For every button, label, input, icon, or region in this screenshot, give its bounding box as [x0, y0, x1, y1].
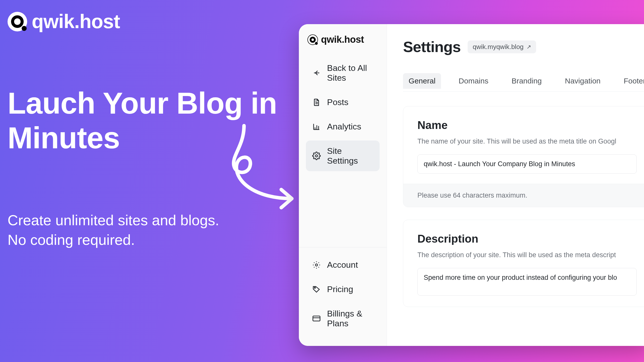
hero-logo: qwik.host [8, 10, 289, 33]
logo-mark-icon [307, 34, 318, 45]
document-icon [312, 98, 321, 107]
main-content: Settings qwik.myqwik.blog ↗ General Doma… [387, 24, 644, 346]
logo-wordmark: qwik.host [321, 34, 364, 45]
sidebar-item-posts[interactable]: Posts [306, 92, 380, 113]
site-url-text: qwik.myqwik.blog [473, 43, 524, 51]
card-help-text: The name of your site. This will be used… [417, 138, 637, 145]
tab-branding[interactable]: Branding [506, 73, 547, 91]
logo-wordmark: qwik.host [32, 10, 120, 33]
sidebar-item-label: Account [327, 260, 358, 270]
credit-card-icon [312, 314, 321, 323]
page-title: Settings [403, 38, 461, 56]
sidebar-item-site-settings[interactable]: Site Settings [306, 141, 380, 171]
sidebar-item-label: Back to All Sites [327, 63, 374, 83]
tab-general[interactable]: General [403, 73, 441, 89]
sidebar-item-label: Posts [327, 97, 348, 107]
card-help-text: The description of your site. This will … [417, 251, 637, 259]
settings-tabs: General Domains Branding Navigation Foot… [403, 73, 644, 92]
bar-chart-icon [312, 122, 321, 131]
sidebar-item-label: Site Settings [327, 146, 374, 166]
sidebar-item-analytics[interactable]: Analytics [306, 116, 380, 137]
gear-icon [312, 260, 321, 269]
sidebar-item-back[interactable]: Back to All Sites [306, 58, 380, 88]
hero-subtext: Create unlimited sites and blogs. No cod… [8, 210, 289, 250]
description-card: Description The description of your site… [403, 220, 644, 307]
card-heading: Name [417, 119, 637, 131]
arrow-doodle-icon [216, 123, 294, 209]
hero-sub-line2: No coding required. [8, 230, 289, 250]
logo-mark-icon [8, 12, 27, 31]
external-link-icon: ↗ [527, 44, 531, 50]
tab-footer[interactable]: Footer [618, 73, 644, 91]
divider [299, 247, 387, 247]
sidebar-item-pricing[interactable]: Pricing [306, 279, 380, 300]
tab-domains[interactable]: Domains [453, 73, 494, 91]
sidebar-item-billings[interactable]: Billings & Plans [306, 303, 380, 334]
sidebar-item-label: Billings & Plans [327, 309, 374, 328]
svg-point-1 [315, 264, 318, 266]
name-card: Name The name of your site. This will be… [403, 106, 644, 207]
gear-icon [312, 151, 321, 160]
app-frame: qwik.host Back to All Sites Posts Analyt… [299, 24, 644, 346]
svg-rect-3 [313, 316, 320, 321]
arrow-left-icon [312, 68, 321, 77]
sidebar-item-account[interactable]: Account [306, 254, 380, 275]
svg-point-0 [315, 155, 318, 157]
card-footer-note: Please use 64 characters maximum. [403, 184, 644, 207]
site-name-input[interactable] [417, 154, 637, 174]
sidebar-logo[interactable]: qwik.host [307, 34, 380, 45]
tag-icon [312, 285, 321, 294]
card-heading: Description [417, 233, 637, 245]
tab-navigation[interactable]: Navigation [559, 73, 606, 91]
hero-sub-line1: Create unlimited sites and blogs. [8, 210, 289, 230]
sidebar-item-label: Pricing [327, 284, 353, 294]
sidebar: qwik.host Back to All Sites Posts Analyt… [299, 24, 387, 346]
site-description-input[interactable] [417, 268, 637, 296]
site-url-link[interactable]: qwik.myqwik.blog ↗ [468, 40, 536, 53]
sidebar-item-label: Analytics [327, 122, 361, 131]
svg-point-2 [314, 287, 315, 288]
